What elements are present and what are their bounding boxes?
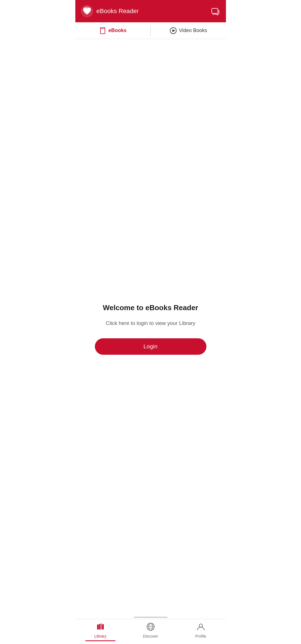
app-title: eBooks Reader xyxy=(97,8,139,15)
svg-rect-6 xyxy=(99,624,100,630)
bottom-nav-discover[interactable]: Discover xyxy=(126,619,176,641)
bottom-nav-library-label: Library xyxy=(94,634,106,638)
ebook-tab-icon xyxy=(99,27,106,34)
discover-icon xyxy=(146,622,155,633)
bottom-nav-library[interactable]: Library xyxy=(75,619,126,641)
scroll-indicator xyxy=(134,617,167,618)
library-icon xyxy=(96,622,105,633)
welcome-title: Welcome to eBooks Reader xyxy=(103,303,198,313)
app-header: eBooks Reader xyxy=(75,0,226,22)
tab-ebooks[interactable]: eBooks xyxy=(75,22,150,39)
tab-switcher: eBooks Video Books xyxy=(75,22,226,39)
aha-logo xyxy=(81,5,93,17)
header-left: eBooks Reader xyxy=(81,5,139,17)
chat-icon[interactable] xyxy=(210,6,220,16)
login-button[interactable]: Login xyxy=(95,338,206,355)
svg-rect-7 xyxy=(101,623,102,630)
bottom-nav: Library Discover Profile xyxy=(75,619,226,644)
tab-ebooks-label: eBooks xyxy=(109,28,127,33)
bottom-nav-profile[interactable]: Profile xyxy=(176,619,226,641)
svg-rect-8 xyxy=(102,624,104,630)
bottom-nav-discover-label: Discover xyxy=(143,634,158,638)
bottom-nav-profile-label: Profile xyxy=(195,634,206,638)
tab-video-books-label: Video Books xyxy=(179,28,207,33)
welcome-subtitle: Click here to login to view your Library xyxy=(106,319,195,327)
main-content: Welcome to eBooks Reader Click here to l… xyxy=(75,39,226,619)
profile-icon xyxy=(196,622,205,633)
tab-video-books[interactable]: Video Books xyxy=(151,22,226,39)
video-tab-icon xyxy=(170,27,177,34)
svg-marker-4 xyxy=(172,29,175,32)
svg-rect-5 xyxy=(97,624,99,630)
